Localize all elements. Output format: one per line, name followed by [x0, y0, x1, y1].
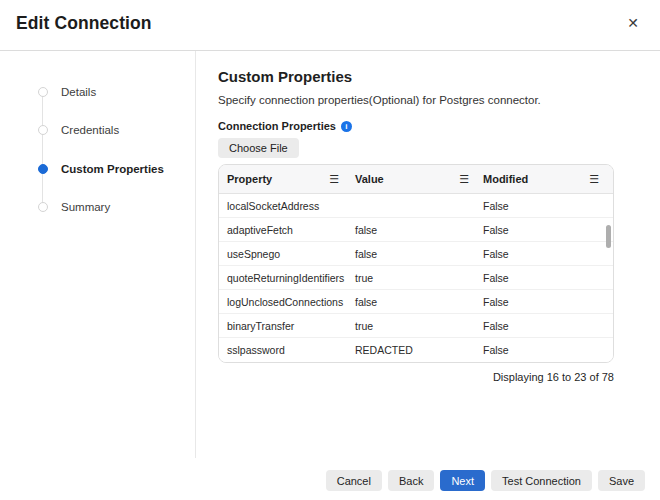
table-cell: true: [349, 320, 479, 332]
pagination-status: Displaying 16 to 23 of 78: [218, 371, 614, 383]
step-circle-active-icon: [38, 164, 48, 174]
table-cell: False: [479, 296, 613, 308]
back-button[interactable]: Back: [388, 470, 434, 491]
table-cell: False: [479, 272, 613, 284]
info-icon[interactable]: i: [341, 121, 352, 132]
table-row[interactable]: logUnclosedConnectionsfalseFalse: [219, 290, 613, 314]
table-cell: true: [349, 272, 479, 284]
wizard-stepper: Details Credentials Custom Properties Su…: [0, 51, 196, 458]
column-label: Property: [227, 173, 272, 185]
table-cell: false: [349, 224, 479, 236]
stepper-item-summary[interactable]: Summary: [0, 188, 185, 226]
table-row[interactable]: localSocketAddressFalse: [219, 194, 613, 218]
stepper-item-custom-properties[interactable]: Custom Properties: [0, 150, 185, 188]
next-button[interactable]: Next: [440, 470, 485, 491]
table-cell: REDACTED: [349, 344, 479, 356]
column-header-property[interactable]: Property ☰: [219, 165, 349, 193]
table-row[interactable]: useSpnegofalseFalse: [219, 242, 613, 266]
table-cell: localSocketAddress: [219, 200, 349, 212]
table-cell: adaptiveFetch: [219, 224, 349, 236]
table-cell: logUnclosedConnections: [219, 296, 349, 308]
column-menu-icon[interactable]: ☰: [589, 173, 599, 186]
step-content-panel: Custom Properties Specify connection pro…: [196, 51, 660, 500]
table-row[interactable]: adaptiveFetchfalseFalse: [219, 218, 613, 242]
cancel-button[interactable]: Cancel: [326, 470, 382, 491]
table-header-row: Property ☰ Value ☰ Modified ☰: [219, 165, 613, 194]
connection-properties-row: Connection Properties i: [218, 120, 660, 132]
step-circle-icon: [38, 202, 48, 212]
step-label: Custom Properties: [61, 163, 164, 175]
save-button[interactable]: Save: [598, 470, 645, 491]
dialog-footer-actions: Cancel Back Next Test Connection Save: [326, 470, 645, 491]
table-row[interactable]: quoteReturningIdentifierstrueFalse: [219, 266, 613, 290]
close-icon[interactable]: ✕: [627, 14, 639, 34]
table-cell: False: [479, 200, 613, 212]
table-body: localSocketAddressFalseadaptiveFetchfals…: [219, 194, 613, 362]
test-connection-button[interactable]: Test Connection: [491, 470, 592, 491]
step-heading: Custom Properties: [218, 68, 660, 85]
step-label: Credentials: [61, 124, 119, 136]
dialog-body: Details Credentials Custom Properties Su…: [0, 51, 660, 500]
table-row[interactable]: sslpasswordREDACTEDFalse: [219, 338, 613, 362]
table-cell: False: [479, 224, 613, 236]
table-cell: false: [349, 296, 479, 308]
dialog-title: Edit Connection: [16, 13, 152, 34]
column-menu-icon[interactable]: ☰: [459, 173, 469, 186]
step-label: Details: [61, 86, 96, 98]
table-cell: binaryTransfer: [219, 320, 349, 332]
connection-properties-label: Connection Properties: [218, 120, 336, 132]
column-label: Modified: [483, 173, 528, 185]
table-cell: False: [479, 248, 613, 260]
table-cell: False: [479, 320, 613, 332]
step-circle-icon: [38, 87, 48, 97]
step-circle-icon: [38, 125, 48, 135]
stepper-item-details[interactable]: Details: [0, 73, 185, 111]
column-menu-icon[interactable]: ☰: [329, 173, 339, 186]
table-cell: False: [479, 344, 613, 356]
step-label: Summary: [61, 201, 110, 213]
column-label: Value: [355, 173, 384, 185]
table-scrollbar[interactable]: [606, 225, 611, 248]
column-header-value[interactable]: Value ☰: [349, 165, 479, 193]
table-cell: useSpnego: [219, 248, 349, 260]
dialog-titlebar: Edit Connection ✕: [0, 0, 660, 51]
edit-connection-dialog: Edit Connection ✕ Details Credentials Cu…: [0, 0, 660, 500]
table-cell: sslpassword: [219, 344, 349, 356]
step-description: Specify connection properties(Optional) …: [218, 94, 660, 106]
table-cell: quoteReturningIdentifiers: [219, 272, 349, 284]
table-cell: false: [349, 248, 479, 260]
choose-file-button[interactable]: Choose File: [218, 138, 299, 158]
properties-table: Property ☰ Value ☰ Modified ☰ localSocke…: [218, 164, 614, 363]
table-row[interactable]: binaryTransfertrueFalse: [219, 314, 613, 338]
column-header-modified[interactable]: Modified ☰: [479, 165, 613, 193]
stepper-item-credentials[interactable]: Credentials: [0, 111, 185, 149]
